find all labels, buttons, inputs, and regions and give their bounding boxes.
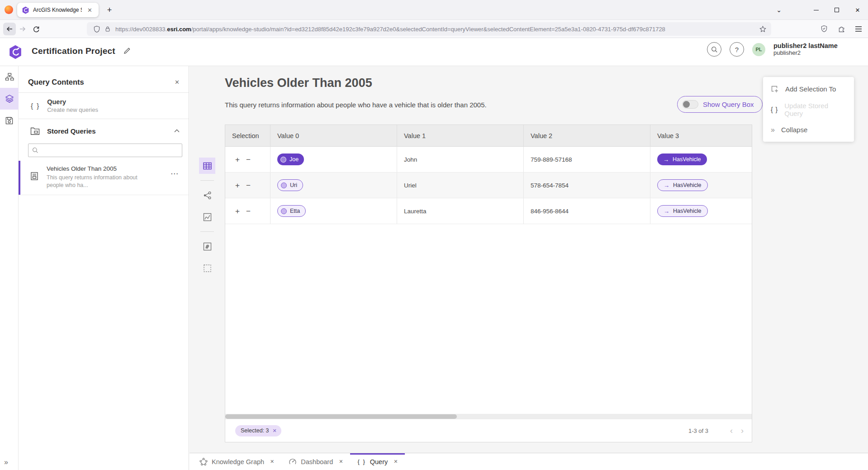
edit-pencil-icon[interactable] <box>123 47 131 55</box>
selected-count-chip[interactable]: Selected: 3 ✕ <box>235 425 281 436</box>
page-description: This query returns information about peo… <box>225 101 487 109</box>
window-minimize-button[interactable] <box>806 0 826 20</box>
entity-dot-icon <box>280 157 286 163</box>
screen: ArcGIS Knowledge Studio ✕ + ⌄ ✕ <box>0 0 868 470</box>
bottom-tab-bar: Knowledge Graph ✕ Dashboard ✕ { } Query … <box>190 453 868 470</box>
braces-icon: { } <box>771 106 778 113</box>
window-maximize-button[interactable] <box>826 0 847 20</box>
search-button[interactable] <box>707 42 721 57</box>
selection-context-menu: Add Selection To { } Update Stored Query… <box>763 77 854 142</box>
window-close-button[interactable]: ✕ <box>847 0 868 20</box>
pocket-shield-icon[interactable] <box>818 23 830 35</box>
tab-query[interactable]: { } Query ✕ <box>350 453 405 470</box>
column-header[interactable]: Value 0 <box>270 125 397 146</box>
add-to-selection-button[interactable]: + <box>235 156 240 163</box>
new-tab-button[interactable]: + <box>104 5 115 15</box>
reload-button[interactable] <box>30 23 43 35</box>
menu-item-add-selection-to[interactable]: Add Selection To <box>763 79 854 99</box>
avatar[interactable]: PL <box>752 43 765 56</box>
forward-button[interactable] <box>16 23 29 35</box>
hamburger-menu-icon[interactable] <box>852 23 865 35</box>
extensions-puzzle-icon[interactable] <box>835 23 848 35</box>
relationship-pill[interactable]: →HasVehicle <box>657 153 707 165</box>
map-view-button[interactable] <box>199 238 215 254</box>
table-view-button[interactable] <box>199 158 215 174</box>
menu-item-update-stored-query[interactable]: { } Update Stored Query <box>763 99 854 120</box>
help-button[interactable]: ? <box>730 42 744 57</box>
stored-query-item[interactable]: Vehicles Older Than 2005 This query retu… <box>19 161 189 195</box>
url-text[interactable]: https://dev0028833.esri.com/portal/apps/… <box>115 26 665 33</box>
chevron-up-icon[interactable] <box>174 129 180 133</box>
arrow-right-icon: → <box>664 182 669 189</box>
rail-save-button[interactable] <box>0 110 19 131</box>
column-header[interactable]: Value 2 <box>524 125 650 146</box>
menu-item-collapse[interactable]: » Collapse <box>763 120 854 140</box>
browser-tab-bar: ArcGIS Knowledge Studio ✕ + ⌄ ✕ <box>0 0 868 20</box>
braces-icon: { } <box>357 458 365 465</box>
tab-close-icon[interactable]: ✕ <box>270 459 274 465</box>
lock-icon[interactable] <box>104 25 111 33</box>
clear-selection-icon[interactable]: ✕ <box>273 428 277 434</box>
panel-close-icon[interactable]: ✕ <box>175 79 180 86</box>
link-chart-view-button[interactable] <box>199 187 215 203</box>
tab-close-icon[interactable]: ✕ <box>85 6 94 14</box>
browser-tab[interactable]: ArcGIS Knowledge Studio ✕ <box>17 3 99 17</box>
entity-pill[interactable]: Joe <box>277 153 304 165</box>
item-options-ellipsis-icon[interactable]: ⋯ <box>171 169 179 178</box>
column-header[interactable]: Value 3 <box>650 125 752 146</box>
app-header: Certification Project ? PL publisher2 la… <box>0 38 868 66</box>
toggle-switch[interactable] <box>682 100 698 109</box>
column-header[interactable]: Selection <box>225 125 270 146</box>
left-rail: » <box>0 66 19 470</box>
stored-queries-searchbox[interactable] <box>28 144 182 157</box>
horizontal-scrollbar[interactable] <box>225 414 752 419</box>
rail-data-model-button[interactable] <box>0 66 19 88</box>
relationship-pill[interactable]: →HasVehicle <box>657 179 708 191</box>
chart-view-button[interactable] <box>199 209 215 225</box>
remove-from-selection-button[interactable]: − <box>246 182 251 189</box>
table-footer: Selected: 3 ✕ 1-3 of 3 ‹ › <box>225 419 752 442</box>
entity-pill[interactable]: Uri <box>277 179 303 191</box>
previous-page-chevron[interactable]: ‹ <box>730 427 733 435</box>
user-block[interactable]: publisher2 lastName publisher2 <box>773 42 838 57</box>
tab-dashboard[interactable]: Dashboard ✕ <box>281 453 350 470</box>
list-tabs-chevron-icon[interactable]: ⌄ <box>773 5 784 15</box>
remove-from-selection-button[interactable]: − <box>246 207 251 215</box>
window-controls: ✕ <box>806 0 868 20</box>
tracking-protection-shield-icon[interactable] <box>93 25 100 33</box>
cell-value: Uriel <box>397 173 524 198</box>
expand-panel-chevrons[interactable]: » <box>4 458 8 466</box>
tab-close-icon[interactable]: ✕ <box>339 459 343 465</box>
box-plus-icon <box>771 85 779 93</box>
add-to-selection-button[interactable]: + <box>235 182 240 189</box>
search-icon <box>32 147 38 153</box>
show-query-box-toggle[interactable]: Show Query Box <box>677 96 763 113</box>
app-logo-icon <box>8 45 23 59</box>
selected-indicator-bar <box>19 161 20 195</box>
column-header[interactable]: Value 1 <box>397 125 524 146</box>
page-title: Vehicles Older Than 2005 <box>225 76 372 90</box>
arcgis-knowledge-icon <box>22 6 29 14</box>
url-bar[interactable]: https://dev0028833.esri.com/portal/apps/… <box>87 22 771 36</box>
double-chevron-right-icon: » <box>771 126 775 134</box>
select-view-button[interactable] <box>199 260 215 276</box>
entity-dot-icon <box>281 182 287 188</box>
next-page-chevron[interactable]: › <box>741 427 744 435</box>
back-button[interactable] <box>3 23 16 35</box>
relationship-pill[interactable]: →HasVehicle <box>657 205 708 217</box>
query-item[interactable]: { } Query Create new queries <box>19 93 189 119</box>
search-input[interactable] <box>41 147 178 154</box>
tab-close-icon[interactable]: ✕ <box>394 459 398 465</box>
entity-pill[interactable]: Etta <box>277 205 306 217</box>
tab-knowledge-graph[interactable]: Knowledge Graph ✕ <box>192 453 281 470</box>
remove-from-selection-button[interactable]: − <box>246 156 251 163</box>
add-to-selection-button[interactable]: + <box>235 207 240 215</box>
scrollbar-thumb[interactable] <box>225 414 457 419</box>
bookmark-star-icon[interactable] <box>759 25 767 33</box>
rail-layers-button[interactable] <box>0 88 19 110</box>
table-row: + − Etta Lauretta 846-956-8644 →HasVehic… <box>225 198 752 224</box>
query-item-title: Query <box>47 98 98 106</box>
user-sub: publisher2 <box>773 50 838 57</box>
stored-queries-header[interactable]: Stored Queries <box>19 119 189 143</box>
firefox-icon[interactable] <box>5 5 13 14</box>
